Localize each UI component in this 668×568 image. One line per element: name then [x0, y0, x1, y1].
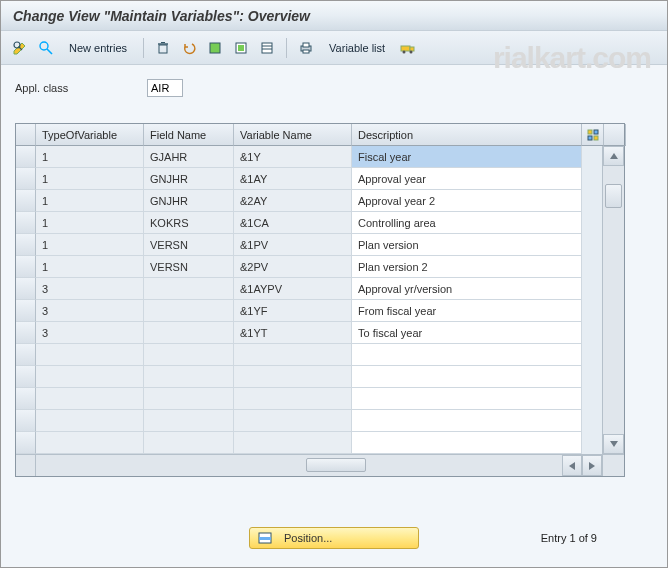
variable-list-button[interactable]: Variable list — [321, 37, 393, 59]
cell-field[interactable]: GNJHR — [144, 190, 234, 212]
grid-corner[interactable] — [16, 124, 36, 146]
row-header[interactable] — [16, 168, 36, 190]
cell-var[interactable]: &1Y — [234, 146, 352, 168]
print-button[interactable] — [295, 37, 317, 59]
vscroll-thumb[interactable] — [605, 184, 622, 208]
new-entries-button[interactable]: New entries — [61, 37, 135, 59]
cell-desc[interactable]: Approval year 2 — [352, 190, 582, 212]
cell-field[interactable] — [144, 278, 234, 300]
cell-field[interactable] — [144, 344, 234, 366]
cell-field[interactable] — [144, 322, 234, 344]
col-field[interactable]: Field Name — [144, 124, 234, 146]
cell-desc[interactable] — [352, 344, 582, 366]
configuration-button[interactable] — [256, 37, 278, 59]
cell-type[interactable]: 1 — [36, 168, 144, 190]
row-header[interactable] — [16, 234, 36, 256]
cell-type[interactable]: 1 — [36, 234, 144, 256]
cell-field[interactable] — [144, 366, 234, 388]
col-var[interactable]: Variable Name — [234, 124, 352, 146]
cell-field[interactable]: VERSN — [144, 256, 234, 278]
scroll-right-button[interactable] — [582, 455, 602, 476]
cell-var[interactable]: &1CA — [234, 212, 352, 234]
cell-desc[interactable]: Plan version — [352, 234, 582, 256]
cell-field[interactable]: GNJHR — [144, 168, 234, 190]
cell-desc[interactable] — [352, 410, 582, 432]
cell-var[interactable] — [234, 388, 352, 410]
cell-var[interactable]: &1AY — [234, 168, 352, 190]
svg-rect-7 — [210, 43, 220, 53]
cell-var[interactable]: &1AYPV — [234, 278, 352, 300]
toggle-display-change-button[interactable] — [9, 37, 31, 59]
row-header[interactable] — [16, 322, 36, 344]
cell-desc[interactable]: From fiscal year — [352, 300, 582, 322]
row-header[interactable] — [16, 410, 36, 432]
cell-var[interactable]: &2PV — [234, 256, 352, 278]
row-header[interactable] — [16, 432, 36, 454]
select-all-button[interactable] — [204, 37, 226, 59]
cell-type[interactable]: 3 — [36, 278, 144, 300]
cell-field[interactable] — [144, 410, 234, 432]
cell-desc[interactable]: Approval yr/version — [352, 278, 582, 300]
cell-desc[interactable]: Plan version 2 — [352, 256, 582, 278]
cell-desc[interactable]: Controlling area — [352, 212, 582, 234]
cell-var[interactable]: &1PV — [234, 234, 352, 256]
cell-type[interactable]: 1 — [36, 146, 144, 168]
transport-button[interactable] — [397, 37, 419, 59]
cell-var[interactable] — [234, 410, 352, 432]
cell-type[interactable] — [36, 432, 144, 454]
appl-class-input[interactable] — [147, 79, 183, 97]
cell-field[interactable] — [144, 300, 234, 322]
row-header[interactable] — [16, 190, 36, 212]
cell-desc[interactable]: Fiscal year — [352, 146, 582, 168]
cell-type[interactable]: 1 — [36, 256, 144, 278]
cell-var[interactable]: &1YF — [234, 300, 352, 322]
row-header[interactable] — [16, 212, 36, 234]
cell-var[interactable] — [234, 366, 352, 388]
cell-field[interactable]: KOKRS — [144, 212, 234, 234]
cell-field[interactable]: VERSN — [144, 234, 234, 256]
scroll-down-button[interactable] — [603, 434, 624, 454]
cell-field[interactable] — [144, 432, 234, 454]
cell-desc[interactable] — [352, 366, 582, 388]
delete-button[interactable] — [152, 37, 174, 59]
row-header[interactable] — [16, 278, 36, 300]
position-button[interactable]: Position... — [249, 527, 419, 549]
cell-desc[interactable]: Approval year — [352, 168, 582, 190]
cell-type[interactable]: 3 — [36, 300, 144, 322]
cell-type[interactable]: 1 — [36, 212, 144, 234]
cell-type[interactable] — [36, 388, 144, 410]
hscroll-thumb[interactable] — [306, 458, 366, 472]
find-button[interactable] — [35, 37, 57, 59]
cell-type[interactable] — [36, 410, 144, 432]
cell-field[interactable] — [144, 388, 234, 410]
cell-type[interactable] — [36, 344, 144, 366]
cell-type[interactable]: 1 — [36, 190, 144, 212]
scroll-left-button[interactable] — [562, 455, 582, 476]
vscroll-track[interactable] — [603, 166, 624, 434]
row-header[interactable] — [16, 300, 36, 322]
cell-var[interactable]: &1YT — [234, 322, 352, 344]
cell-desc[interactable]: To fiscal year — [352, 322, 582, 344]
row-header[interactable] — [16, 146, 36, 168]
row-header[interactable] — [16, 388, 36, 410]
vertical-scrollbar[interactable] — [602, 146, 624, 454]
hscroll-track[interactable] — [36, 455, 562, 476]
cell-var[interactable] — [234, 344, 352, 366]
horizontal-scrollbar[interactable] — [16, 454, 624, 476]
cell-type[interactable] — [36, 366, 144, 388]
row-header[interactable] — [16, 256, 36, 278]
scroll-up-button[interactable] — [603, 146, 624, 166]
grid-settings-button[interactable] — [582, 124, 604, 146]
row-header[interactable] — [16, 366, 36, 388]
cell-var[interactable]: &2AY — [234, 190, 352, 212]
cell-desc[interactable] — [352, 432, 582, 454]
undo-button[interactable] — [178, 37, 200, 59]
cell-var[interactable] — [234, 432, 352, 454]
cell-field[interactable]: GJAHR — [144, 146, 234, 168]
col-type[interactable]: TypeOfVariable — [36, 124, 144, 146]
cell-desc[interactable] — [352, 388, 582, 410]
deselect-all-button[interactable] — [230, 37, 252, 59]
row-header[interactable] — [16, 344, 36, 366]
cell-type[interactable]: 3 — [36, 322, 144, 344]
col-desc[interactable]: Description — [352, 124, 582, 146]
